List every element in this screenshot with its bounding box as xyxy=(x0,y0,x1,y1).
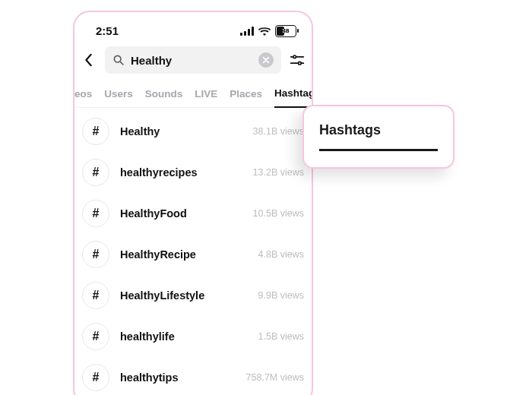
hashtag-name: healthyrecipes xyxy=(120,166,242,179)
tab-sounds[interactable]: Sounds xyxy=(145,84,183,107)
status-time: 2:51 xyxy=(96,24,119,37)
hashtag-views: 13.2B views xyxy=(253,167,304,178)
wifi-icon xyxy=(258,27,271,36)
search-row: Healthy xyxy=(74,43,312,80)
hashtag-name: HealthyFood xyxy=(120,207,242,220)
tab-live[interactable]: LIVE xyxy=(195,84,217,107)
signal-icon xyxy=(240,27,254,36)
callout-title: Hashtags xyxy=(319,122,438,138)
tab-places[interactable]: Places xyxy=(230,84,262,107)
hashtag-row[interactable]: #healthylife1.5B views xyxy=(81,316,306,357)
hash-icon: # xyxy=(82,323,109,350)
hashtag-row[interactable]: #HealthyRecipe4.8B views xyxy=(81,234,306,275)
svg-point-5 xyxy=(299,62,302,65)
results-list[interactable]: #Healthy38.1B views#healthyrecipes13.2B … xyxy=(74,108,312,395)
hashtag-views: 4.8B views xyxy=(258,249,304,260)
hashtag-row[interactable]: #healthytips758.7M views xyxy=(81,357,306,395)
svg-line-1 xyxy=(120,62,123,65)
tab-hashtags[interactable]: Hashtags xyxy=(274,83,313,108)
hash-icon: # xyxy=(82,282,109,309)
hashtags-callout: Hashtags xyxy=(302,105,454,169)
hashtag-name: Healthy xyxy=(120,125,242,137)
svg-point-3 xyxy=(293,55,296,58)
hashtag-views: 10.5B views xyxy=(253,208,304,219)
hashtag-name: HealthyRecipe xyxy=(120,248,248,261)
filters-button[interactable] xyxy=(287,54,307,66)
hash-icon: # xyxy=(82,118,109,145)
hash-icon: # xyxy=(82,200,109,227)
hash-icon: # xyxy=(82,159,109,186)
search-query-text: Healthy xyxy=(131,54,252,67)
tab-ideos[interactable]: ideos xyxy=(73,84,92,107)
hashtag-views: 9.9B views xyxy=(258,290,304,301)
back-button[interactable] xyxy=(79,53,99,67)
clear-search-button[interactable] xyxy=(258,52,274,68)
hashtag-row[interactable]: #HealthyFood10.5B views xyxy=(81,193,306,234)
svg-point-0 xyxy=(114,55,121,62)
hashtag-row[interactable]: #healthyrecipes13.2B views xyxy=(81,152,306,193)
hashtag-name: HealthyLifestyle xyxy=(120,289,248,302)
hash-icon: # xyxy=(82,364,109,391)
hashtag-row[interactable]: #Healthy38.1B views xyxy=(81,111,306,152)
search-icon xyxy=(112,54,125,66)
search-tabs: ideosUsersSoundsLIVEPlacesHashtags xyxy=(73,80,312,108)
hashtag-name: healthylife xyxy=(120,330,248,343)
tab-users[interactable]: Users xyxy=(104,84,133,107)
hashtag-name: healthytips xyxy=(120,371,236,384)
callout-underline xyxy=(319,149,438,151)
hashtag-views: 38.1B views xyxy=(253,126,304,137)
hash-icon: # xyxy=(82,241,109,268)
battery-icon: 38 xyxy=(275,25,296,37)
status-bar: 2:51 38 xyxy=(74,12,312,43)
hashtag-views: 758.7M views xyxy=(246,372,304,383)
hashtag-row[interactable]: #HealthyLifestyle9.9B views xyxy=(81,275,306,316)
hashtag-views: 1.5B views xyxy=(258,331,304,342)
battery-percent: 38 xyxy=(283,27,290,34)
search-input[interactable]: Healthy xyxy=(105,46,281,74)
phone-frame: 2:51 38 Healthy ideosUsersSoundsLIVEPlac… xyxy=(73,11,313,395)
status-icons: 38 xyxy=(240,25,296,37)
